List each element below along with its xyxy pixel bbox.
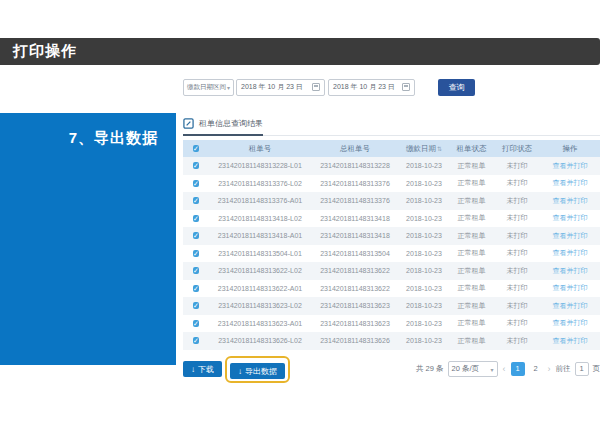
cell-order-no: 231420181148313376-L02 [209, 180, 311, 187]
cell-master-no: 231420181148313622 [311, 267, 399, 274]
cell-status: 正常租单 [449, 196, 494, 206]
view-print-link[interactable]: 查看并打印 [540, 196, 600, 206]
cell-print-status: 未打印 [494, 248, 540, 258]
download-icon: ↓ [238, 367, 242, 376]
main-content: 缴款日期区间 ▾ 2018 年 10 月 23 日 2018 年 10 月 23… [183, 78, 600, 383]
cell-pay-date: 2018-10-23 [399, 232, 449, 239]
view-print-link[interactable]: 查看并打印 [540, 248, 600, 258]
view-print-link[interactable]: 查看并打印 [540, 318, 600, 328]
cell-master-no: 231420181148313228 [311, 162, 399, 169]
footer-bar: ↓ 下载 ↓ 导出数据 共 29 条 20 条/页 ▾ ‹ 1 2 › 前往 [183, 356, 600, 384]
cell-master-no: 231420181148313626 [311, 337, 399, 344]
cell-print-status: 未打印 [494, 231, 540, 241]
cell-order-no: 231420181148313418-A01 [209, 232, 311, 239]
row-checkbox[interactable]: ✓ [193, 162, 199, 169]
cell-order-no: 231420181148313626-L02 [209, 337, 311, 344]
table-row: ✓ 231420181148313622-A01 231420181148313… [183, 280, 600, 298]
download-icon: ↓ [191, 365, 195, 374]
cell-pay-date: 2018-10-23 [399, 197, 449, 204]
tab-bar: 租单信息查询结果 [183, 115, 600, 136]
cell-pay-date: 2018-10-23 [399, 302, 449, 309]
export-highlight-annotation: ↓ 导出数据 [225, 356, 290, 384]
date-range-type-select[interactable]: 缴款日期区间 ▾ [183, 79, 234, 96]
export-data-button[interactable]: ↓ 导出数据 [230, 363, 285, 379]
table-header-row: ✓ 租单号 总租单号 缴款日期⇅ 租单状态 打印状态 操作 [183, 140, 600, 157]
table-row: ✓ 231420181148313626-L02 231420181148313… [183, 332, 600, 350]
chevron-down-icon: ▾ [490, 366, 493, 373]
view-print-link[interactable]: 查看并打印 [540, 283, 600, 293]
cell-pay-date: 2018-10-23 [399, 180, 449, 187]
view-print-link[interactable]: 查看并打印 [540, 161, 600, 171]
cell-pay-date: 2018-10-23 [399, 215, 449, 222]
cell-status: 正常租单 [449, 301, 494, 311]
row-checkbox[interactable]: ✓ [193, 232, 199, 239]
cell-pay-date: 2018-10-23 [399, 320, 449, 327]
query-button[interactable]: 查询 [438, 79, 475, 96]
row-checkbox[interactable]: ✓ [193, 215, 199, 222]
date-from-value: 2018 年 10 月 23 日 [241, 82, 303, 92]
next-page-button[interactable]: › [547, 364, 552, 374]
page-button-1[interactable]: 1 [511, 362, 525, 376]
calendar-icon [402, 83, 410, 91]
filter-bar: 缴款日期区间 ▾ 2018 年 10 月 23 日 2018 年 10 月 23… [183, 78, 600, 96]
row-checkbox[interactable]: ✓ [193, 197, 199, 204]
cell-pay-date: 2018-10-23 [399, 285, 449, 292]
table-row: ✓ 231420181148313418-A01 231420181148313… [183, 227, 600, 245]
table-row: ✓ 231420181148313504-L01 231420181148313… [183, 245, 600, 263]
cell-order-no: 231420181148313228-L01 [209, 162, 311, 169]
row-checkbox[interactable]: ✓ [193, 267, 199, 274]
date-to-input[interactable]: 2018 年 10 月 23 日 [328, 79, 415, 96]
goto-page-input[interactable]: 1 [575, 362, 589, 376]
date-from-input[interactable]: 2018 年 10 月 23 日 [236, 79, 325, 96]
cell-status: 正常租单 [449, 248, 494, 258]
view-print-link[interactable]: 查看并打印 [540, 336, 600, 346]
cell-status: 正常租单 [449, 318, 494, 328]
cell-order-no: 231420181148313418-L02 [209, 215, 311, 222]
row-checkbox[interactable]: ✓ [193, 285, 199, 292]
cell-master-no: 231420181148313376 [311, 197, 399, 204]
pagination: 共 29 条 20 条/页 ▾ ‹ 1 2 › 前往 1 页 [416, 361, 600, 377]
chevron-down-icon: ▾ [227, 84, 230, 91]
row-checkbox[interactable]: ✓ [193, 250, 199, 257]
cell-order-no: 231420181148313623-A01 [209, 320, 311, 327]
cell-pay-date: 2018-10-23 [399, 337, 449, 344]
cell-print-status: 未打印 [494, 266, 540, 276]
download-button[interactable]: ↓ 下载 [183, 361, 222, 377]
prev-page-button[interactable]: ‹ [502, 364, 507, 374]
cell-master-no: 231420181148313504 [311, 250, 399, 257]
view-print-link[interactable]: 查看并打印 [540, 178, 600, 188]
row-checkbox[interactable]: ✓ [193, 302, 199, 309]
cell-status: 正常租单 [449, 161, 494, 171]
cell-print-status: 未打印 [494, 283, 540, 293]
page-button-2[interactable]: 2 [529, 362, 543, 376]
cell-print-status: 未打印 [494, 161, 540, 171]
cell-master-no: 231420181148313376 [311, 180, 399, 187]
date-to-value: 2018 年 10 月 23 日 [333, 82, 395, 92]
cell-order-no: 231420181148313622-A01 [209, 285, 311, 292]
row-checkbox[interactable]: ✓ [193, 337, 199, 344]
tab-rent-order-results[interactable]: 租单信息查询结果 [183, 118, 263, 136]
cell-order-no: 231420181148313504-L01 [209, 250, 311, 257]
cell-order-no: 231420181148313376-A01 [209, 197, 311, 204]
cell-pay-date: 2018-10-23 [399, 162, 449, 169]
calendar-icon [312, 83, 320, 91]
cell-master-no: 231420181148313623 [311, 320, 399, 327]
sort-icon[interactable]: ⇅ [437, 146, 442, 152]
title-banner: 打印操作 [0, 38, 600, 65]
view-print-link[interactable]: 查看并打印 [540, 231, 600, 241]
view-print-link[interactable]: 查看并打印 [540, 213, 600, 223]
page-size-select[interactable]: 20 条/页 ▾ [448, 361, 498, 377]
cell-print-status: 未打印 [494, 196, 540, 206]
select-all-checkbox[interactable]: ✓ [193, 145, 199, 152]
row-checkbox[interactable]: ✓ [193, 180, 199, 187]
cell-status: 正常租单 [449, 213, 494, 223]
view-print-link[interactable]: 查看并打印 [540, 301, 600, 311]
view-print-link[interactable]: 查看并打印 [540, 266, 600, 276]
col-pay-date[interactable]: 缴款日期⇅ [399, 144, 449, 154]
page-title: 打印操作 [13, 42, 77, 61]
row-checkbox[interactable]: ✓ [193, 320, 199, 327]
table-row: ✓ 231420181148313376-A01 231420181148313… [183, 192, 600, 210]
table-row: ✓ 231420181148313622-L02 231420181148313… [183, 262, 600, 280]
cell-master-no: 231420181148313623 [311, 302, 399, 309]
step-label: 7、导出数据 [69, 129, 158, 148]
